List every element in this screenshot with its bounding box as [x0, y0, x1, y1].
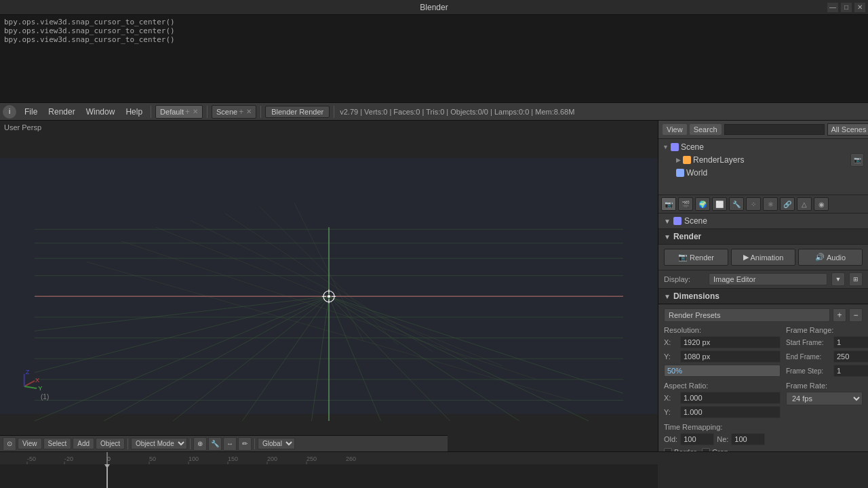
menu-window[interactable]: Window — [81, 105, 121, 119]
world-label: World — [686, 168, 707, 178]
svg-text:260: 260 — [346, 455, 356, 462]
transform-icon[interactable]: ↔ — [223, 437, 237, 451]
outliner-scene[interactable]: ▼ Scene — [663, 142, 864, 152]
resolution-col: Resolution: X: Y: — [664, 326, 781, 379]
menu-help[interactable]: Help — [120, 105, 148, 119]
scene-add-icon[interactable]: + — [239, 107, 243, 117]
fps-select[interactable]: 24 fps — [786, 392, 863, 405]
world-props-icon[interactable]: 🌍 — [695, 197, 710, 211]
svg-text:Z: Z — [26, 369, 30, 375]
viewport-3d[interactable]: User Persp — [0, 121, 658, 451]
dimensions-section-header[interactable]: ▼ Dimensions — [658, 289, 868, 304]
physics-props-icon[interactable]: ⚛ — [763, 197, 778, 211]
console-line-1: bpy.ops.view3d.snap_cursor_to_center() — [4, 18, 864, 26]
display-value-dropdown[interactable]: Image Editor — [709, 273, 827, 285]
time-remap-row: Old: Ne: — [664, 433, 863, 445]
object-menu-btn[interactable]: Object — [96, 438, 125, 449]
vp-sep-1 — [127, 439, 128, 449]
data-props-icon[interactable]: △ — [797, 197, 812, 211]
new-value-input[interactable] — [731, 433, 765, 445]
properties-icons-row: 📷 🎬 🌍 ⬜ 🔧 ⁘ ⚛ 🔗 △ ◉ — [658, 195, 868, 214]
object-mode-select[interactable]: Object Mode — [131, 438, 187, 449]
presets-remove-btn[interactable]: − — [849, 308, 863, 322]
window-controls[interactable]: — □ ✕ — [827, 3, 865, 12]
resolution-x-input[interactable] — [680, 336, 781, 348]
old-value-input[interactable] — [680, 433, 714, 445]
view-menu-btn[interactable]: View — [18, 438, 42, 449]
constraints-props-icon[interactable]: 🔗 — [780, 197, 795, 211]
render-presets-input[interactable] — [664, 308, 830, 322]
info-text: v2.79 | Verts:0 | Faces:0 | Tris:0 | Obj… — [340, 108, 574, 116]
menu-render[interactable]: Render — [43, 105, 80, 119]
renderlayers-camera-icon[interactable]: 📷 — [850, 153, 864, 167]
render-section-title: Render — [673, 232, 701, 241]
outliner-search-input[interactable] — [724, 124, 825, 135]
aspect-y-input[interactable] — [680, 406, 781, 418]
frame-step-row: Frame Step: — [786, 365, 868, 377]
material-props-icon[interactable]: ◉ — [814, 197, 829, 211]
pivot-icon[interactable]: ⊕ — [193, 437, 207, 451]
minimize-button[interactable]: — — [827, 3, 838, 12]
viewport-icon-btn[interactable]: ⊙ — [3, 437, 16, 451]
particles-props-icon[interactable]: ⁘ — [746, 197, 761, 211]
aspect-y-row: Y: — [664, 406, 781, 418]
outliner-scene-select[interactable]: All Scenes — [827, 123, 868, 136]
maximize-button[interactable]: □ — [841, 3, 852, 12]
dimensions-content: + − Resolution: X: Y: — [658, 304, 868, 451]
add-menu-btn[interactable]: Add — [73, 438, 94, 449]
select-menu-btn[interactable]: Select — [43, 438, 72, 449]
display-full-icon[interactable]: ⊞ — [849, 272, 863, 286]
viewport-layer: (1) — [41, 393, 49, 401]
outliner-view-btn[interactable]: View — [663, 124, 687, 135]
y-label: Y: — [664, 352, 680, 361]
vp-sep-2 — [190, 439, 191, 449]
display-expand-icon[interactable]: ▼ — [831, 272, 845, 286]
frame-range-label: Frame Range: — [786, 326, 868, 334]
viewport-grid: X Y Z — [0, 121, 658, 451]
render-button[interactable]: 📷 Render — [664, 249, 728, 266]
outliner-renderlayers[interactable]: ▶ RenderLayers 📷 — [663, 152, 864, 167]
end-frame-input[interactable] — [833, 350, 868, 363]
render-layers-icon — [683, 156, 691, 164]
resolution-percent-input[interactable] — [664, 365, 781, 377]
presets-row: + − — [664, 308, 863, 322]
svg-text:50: 50 — [149, 455, 156, 462]
snap-icon[interactable]: 🔧 — [208, 437, 222, 451]
frame-step-input[interactable] — [833, 365, 868, 377]
separator-3 — [260, 106, 261, 118]
fps-col: Frame Rate: 24 fps — [786, 382, 863, 420]
global-select[interactable]: Global — [258, 438, 295, 449]
blender-icon[interactable]: i — [3, 105, 16, 119]
aspect-x-input[interactable] — [680, 392, 781, 404]
scene-tab-label: Scene — [216, 108, 237, 116]
menu-file[interactable]: File — [19, 105, 43, 119]
render-icon-btn: 📷 — [678, 253, 688, 262]
close-button[interactable]: ✕ — [854, 3, 865, 12]
workspace-tab[interactable]: Default + ✕ — [155, 105, 203, 119]
audio-button[interactable]: 🔊 Audio — [798, 249, 863, 266]
render-props-icon[interactable]: 📷 — [661, 197, 676, 211]
outliner-search-btn[interactable]: Search — [690, 124, 722, 135]
svg-text:X: X — [35, 377, 39, 384]
scene-tab[interactable]: Scene + ✕ — [212, 105, 256, 119]
render-section-header[interactable]: ▼ Render — [658, 229, 868, 245]
resolution-y-input[interactable] — [680, 350, 781, 363]
edit-icon[interactable]: ✏ — [238, 437, 252, 451]
workspace-close-icon[interactable]: ✕ — [193, 108, 198, 115]
end-frame-label: End Frame: — [786, 353, 833, 361]
resolution-label: Resolution: — [664, 326, 781, 334]
presets-add-btn[interactable]: + — [833, 308, 846, 322]
scene-close-icon[interactable]: ✕ — [246, 108, 252, 115]
render-section: ▼ Render 📷 Render ▶ Animation 🔊 A — [658, 229, 868, 451]
scene-prop-label: Scene — [684, 216, 707, 226]
timeline-svg: -50 -20 0 50 100 150 200 250 260 — [0, 452, 658, 488]
workspace-add-icon[interactable]: + — [185, 107, 190, 117]
start-frame-input[interactable] — [833, 336, 868, 348]
modifier-props-icon[interactable]: 🔧 — [729, 197, 744, 211]
render-engine-dropdown[interactable]: Blender Render — [265, 106, 330, 118]
object-props-icon[interactable]: ⬜ — [712, 197, 727, 211]
scene-props-icon[interactable]: 🎬 — [678, 197, 693, 211]
animation-button[interactable]: ▶ Animation — [731, 249, 795, 266]
outliner-world[interactable]: World — [663, 167, 864, 178]
viewport-toolbar: ⊙ View Select Add Object Object Mode ⊕ 🔧… — [0, 435, 448, 451]
